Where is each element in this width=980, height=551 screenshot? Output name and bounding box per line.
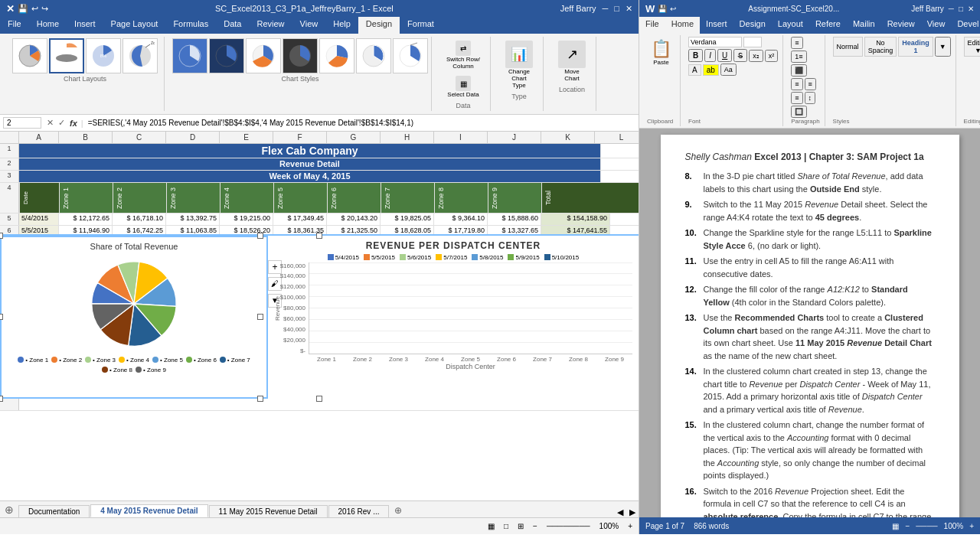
tab-view[interactable]: View [292, 17, 326, 34]
bullets-btn[interactable]: ≡ [791, 37, 802, 49]
tab-home[interactable]: Home [29, 17, 67, 34]
styles-more-btn[interactable]: ▼ [935, 37, 951, 57]
value-cell[interactable]: $ 13,392.75 [166, 214, 220, 225]
editing-btn[interactable]: Editing ▼ [964, 37, 980, 57]
numbering-btn[interactable]: 1≡ [791, 51, 806, 63]
resize-handle-tl[interactable] [0, 233, 3, 239]
name-box[interactable] [3, 117, 41, 129]
value-cell[interactable]: $ 19,825.05 [381, 214, 434, 225]
align-right-btn[interactable]: ≡ [805, 78, 816, 90]
sheet-tab-4may[interactable]: 4 May 2015 Revenue Detail [90, 504, 207, 517]
value-cell[interactable]: $ 18,628.05 [381, 226, 434, 234]
word-view-btn[interactable]: ▦ [892, 522, 899, 530]
chart-style-4[interactable] [283, 38, 318, 73]
highlight-btn[interactable]: ab [703, 64, 719, 76]
value-cell[interactable]: $ 16,718.10 [113, 214, 166, 225]
col-b[interactable]: B [59, 132, 113, 143]
value-cell[interactable]: $ 17,349.45 [273, 214, 327, 225]
tab-insert[interactable]: Insert [67, 17, 103, 34]
zoom-out-btn[interactable]: − [533, 522, 537, 530]
resize-handle-mr[interactable] [257, 314, 263, 320]
styles-h1-btn[interactable]: Heading 1 [898, 37, 933, 57]
select-data-btn[interactable]: ▦ Select Data [443, 73, 482, 100]
italic-btn[interactable]: I [704, 49, 716, 62]
chart-layout-4[interactable]: Zone 1 [122, 38, 158, 73]
value-cell[interactable]: $ 21,325.50 [327, 226, 381, 234]
col-e[interactable]: E [220, 132, 273, 143]
switch-row-col-btn[interactable]: ⇄ Switch Row/Column [443, 38, 484, 72]
sheet-tab-2016[interactable]: 2016 Rev ... [328, 505, 390, 517]
date-cell[interactable]: 5/4/2015 [19, 214, 59, 225]
resize-handle-bm[interactable] [316, 396, 322, 402]
chart-style-2[interactable] [209, 38, 244, 73]
minimize-btn[interactable]: ─ [603, 4, 609, 13]
word-tab-insert[interactable]: Insert [700, 17, 733, 34]
word-save-icon[interactable]: 💾 [658, 5, 667, 13]
col-j[interactable]: J [488, 132, 541, 143]
styles-normal-btn[interactable]: Normal [833, 37, 863, 57]
value-cell[interactable]: $ 18,526.20 [220, 226, 273, 234]
chart-style-3[interactable] [246, 38, 281, 73]
chart-style-5[interactable] [319, 38, 354, 73]
word-tab-refere[interactable]: Refere [809, 17, 847, 34]
value-cell[interactable]: $ 154,158.90 [541, 214, 610, 225]
resize-handle-bl[interactable] [0, 396, 3, 402]
shading-btn[interactable]: 🔲 [791, 106, 807, 118]
tab-format[interactable]: Format [400, 17, 442, 34]
word-tab-design[interactable]: Design [733, 17, 772, 34]
value-cell[interactable]: $ 15,888.60 [488, 214, 541, 225]
undo-icon[interactable]: ↩ [31, 4, 38, 14]
col-g[interactable]: G [327, 132, 381, 143]
word-zoom-out-btn[interactable]: − [905, 522, 910, 530]
line-spacing-btn[interactable]: ↕ [805, 92, 816, 104]
page-layout-btn[interactable]: □ [504, 522, 508, 530]
justify-btn[interactable]: ≡ [791, 92, 802, 104]
word-max-btn[interactable]: □ [959, 5, 963, 13]
redo-icon[interactable]: ↪ [41, 4, 48, 14]
move-chart-btn[interactable]: ↗ MoveChart [554, 38, 590, 84]
value-cell[interactable]: $ 20,143.20 [327, 214, 381, 225]
tab-page-layout[interactable]: Page Layout [103, 17, 166, 34]
chart-layout-3[interactable]: 8% [86, 38, 121, 73]
align-center-btn[interactable]: ≡ [791, 78, 802, 90]
chart-style-7[interactable] [393, 38, 428, 73]
page-break-btn[interactable]: ⊞ [518, 522, 524, 530]
tab-formulas[interactable]: Formulas [165, 17, 216, 34]
col-f[interactable]: F [273, 132, 327, 143]
col-h[interactable]: H [381, 132, 434, 143]
value-cell[interactable]: $ 9,364.10 [434, 214, 488, 225]
text-color-btn[interactable]: A [688, 64, 701, 76]
tab-help[interactable]: Help [325, 17, 358, 34]
sheet-tab-add[interactable]: ⊕ [0, 502, 18, 517]
formula-bar-fx-icon[interactable]: fx [67, 119, 80, 128]
resize-handle-ml[interactable] [0, 314, 3, 320]
strikethrough-btn[interactable]: S̶ [733, 49, 747, 62]
col-l[interactable]: L [595, 132, 639, 143]
word-zoom-in-btn[interactable]: + [969, 522, 974, 530]
close-btn[interactable]: ✕ [626, 4, 632, 14]
chart-style-6[interactable] [356, 38, 391, 73]
maximize-btn[interactable]: □ [614, 4, 619, 13]
formula-bar-check-icon[interactable]: ✓ [56, 118, 67, 128]
word-min-btn[interactable]: ─ [949, 5, 954, 13]
word-tab-devel[interactable]: Devel [951, 17, 980, 34]
resize-handle-tr[interactable] [257, 233, 263, 239]
bold-btn[interactable]: B [688, 49, 703, 62]
word-tab-view[interactable]: View [921, 17, 952, 34]
styles-no-spacing-btn[interactable]: No Spacing [864, 37, 897, 57]
tab-data[interactable]: Data [216, 17, 249, 34]
word-undo-icon[interactable]: ↩ [670, 5, 676, 13]
word-doc-area[interactable]: Shelly Cashman Excel 2013 | Chapter 3: S… [639, 129, 980, 517]
sheet-tab-11may[interactable]: 11 May 2015 Revenue Detail [209, 505, 328, 517]
word-paste-btn[interactable]: 📋 Paste [648, 37, 675, 68]
col-c[interactable]: C [113, 132, 166, 143]
font-effects-btn[interactable]: Aa [720, 64, 737, 76]
word-close-btn[interactable]: ✕ [968, 5, 974, 13]
col-a[interactable]: A [19, 132, 59, 143]
change-chart-type-btn[interactable]: 📊 ChangeChartType [501, 38, 537, 91]
superscript-btn[interactable]: x² [765, 50, 779, 62]
align-left-btn[interactable]: ⬛ [791, 64, 807, 77]
word-tab-review[interactable]: Review [881, 17, 921, 34]
resize-handle-tm[interactable] [316, 233, 322, 239]
value-cell[interactable]: $ 147,641.55 [541, 226, 610, 234]
